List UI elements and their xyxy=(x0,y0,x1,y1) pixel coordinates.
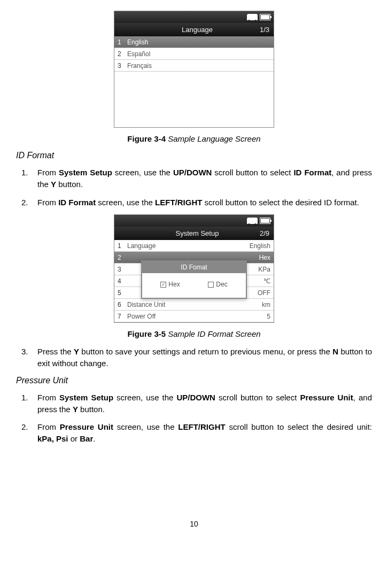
screen-body: 1 English 2 Español 3 Français xyxy=(114,36,274,127)
pressure-unit-steps: From System Setup screen, use the UP/DOW… xyxy=(16,392,372,445)
step-item: From Pressure Unit screen, use the LEFT/… xyxy=(16,421,372,445)
screen-header: System Setup 2/9 xyxy=(114,227,274,240)
car-icon xyxy=(247,14,258,20)
system-setup-screen-figure: System Setup 2/9 1 Language English 2 He… xyxy=(114,214,274,323)
car-icon xyxy=(247,218,258,224)
list-item: 2 Español xyxy=(114,48,274,60)
step-item: Press the Y button to save your settings… xyxy=(16,346,372,369)
option-hex: ✓ Hex xyxy=(160,281,180,288)
step-item: From System Setup screen, use the UP/DOW… xyxy=(16,167,372,190)
list-item: 7 Power Off 5 xyxy=(114,311,274,322)
list-item: 6 Distance Unit km xyxy=(114,299,274,311)
list-item: 1 English xyxy=(114,36,274,48)
figure-title: Sample Language Screen xyxy=(166,134,261,143)
id-format-save-step: Press the Y button to save your settings… xyxy=(16,346,372,369)
device-status-bar xyxy=(114,11,274,23)
popup-body: ✓ Hex Dec xyxy=(142,273,246,298)
battery-icon xyxy=(260,14,270,20)
figure-label: Figure 3-5 xyxy=(127,329,166,338)
screen-header: Language 1/3 xyxy=(114,23,274,36)
step-item: From ID Format screen, use the LEFT/RIGH… xyxy=(16,197,372,208)
popup-title: ID Fomat xyxy=(142,261,246,273)
id-format-popup: ID Fomat ✓ Hex Dec xyxy=(141,260,247,299)
battery-icon xyxy=(260,218,270,224)
list-item: 1 Language English xyxy=(114,240,274,252)
screen-title: Language xyxy=(182,26,213,34)
screen-title: System Setup xyxy=(175,229,219,237)
section-heading-id-format: ID Format xyxy=(16,151,372,160)
section-heading-pressure-unit: Pressure Unit xyxy=(16,376,372,385)
step-item: From System Setup screen, use the UP/DOW… xyxy=(16,392,372,415)
option-dec: Dec xyxy=(208,281,227,288)
page-number: 10 xyxy=(16,520,372,528)
figure-title: Sample ID Format Screen xyxy=(166,329,261,338)
list-item: 3 Français xyxy=(114,60,274,72)
figure-caption: Figure 3-4 Sample Language Screen xyxy=(16,134,372,143)
page-indicator: 1/3 xyxy=(260,26,269,34)
checkbox-icon: ✓ xyxy=(160,282,166,288)
device-status-bar xyxy=(114,215,274,227)
id-format-steps: From System Setup screen, use the UP/DOW… xyxy=(16,167,372,208)
checkbox-icon xyxy=(208,282,214,288)
figure-caption: Figure 3-5 Sample ID Format Screen xyxy=(16,329,372,338)
figure-label: Figure 3-4 xyxy=(127,134,166,143)
page-indicator: 2/9 xyxy=(260,229,269,237)
screen-body: 1 Language English 2 Hex 3 KPa 4 ℃ 5 OFF… xyxy=(114,240,274,322)
language-screen-figure: Language 1/3 1 English 2 Español 3 Franç… xyxy=(114,11,274,128)
